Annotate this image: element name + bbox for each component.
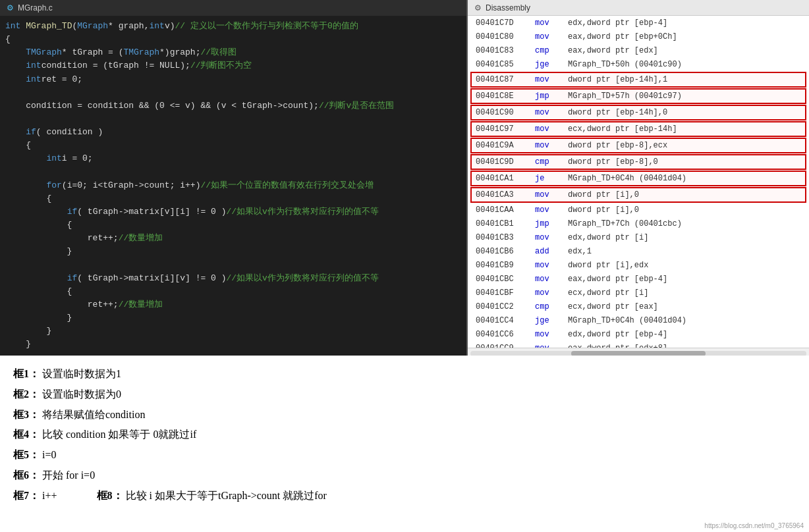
- annotation-text: 设置临时数据为0: [42, 385, 121, 404]
- code-title-bar: ⚙ MGraph.c: [0, 0, 466, 16]
- disasm-row: 00401C85 jge MGraph_TD+50h (00401c90): [472, 58, 805, 71]
- disasm-mnem: jge: [535, 59, 568, 70]
- annotation-text: 设置临时数据为1: [42, 365, 121, 384]
- disasm-row: 00401C87 mov dword ptr [ebp-14h],1: [470, 72, 806, 88]
- disasm-row: 00401CBF mov ecx,dword ptr [i]: [472, 286, 805, 300]
- disasm-ops: dword ptr [ebp-8],0: [568, 156, 801, 168]
- code-line: TMGraph * tGraph = ( TMGraph *)graph; //…: [5, 46, 461, 59]
- code-line: [5, 166, 461, 179]
- disasm-title: Disassembly: [486, 3, 530, 13]
- code-line: if ( tGraph->matrix[i][v] != 0 ) //如果以v作…: [5, 272, 461, 285]
- disasm-mnem: mov: [535, 31, 568, 43]
- disasm-mnem: mov: [535, 329, 568, 340]
- annotation-row: 框6： 开始 for i=0: [13, 466, 796, 485]
- disasm-ops: eax,dword ptr [ebp-4]: [568, 273, 801, 285]
- annotation-row: 框8： 比较 i 如果大于等于tGraph->count 就跳过for: [97, 487, 327, 506]
- disasm-row: 00401CB1 jmp MGraph_TD+7Ch (00401cbc): [472, 217, 805, 230]
- disasm-row: 00401CB3 mov edx,dword ptr [i]: [472, 231, 805, 244]
- code-line: [5, 86, 461, 99]
- annotation-text: 开始 for i=0: [42, 466, 95, 485]
- disasm-ops: dword ptr [i],0: [568, 189, 801, 201]
- disasm-ops: edx,dword ptr [ebp-4]: [568, 17, 801, 29]
- annotation-row: 框4： 比较 condition 如果等于 0就跳过if: [13, 425, 796, 444]
- code-line: [5, 352, 461, 356]
- disasm-ops: edx,dword ptr [ebp-4]: [568, 329, 801, 340]
- disasm-ops: edx,dword ptr [i]: [568, 232, 801, 244]
- disasm-ops: dword ptr [i],edx: [568, 259, 801, 271]
- disasm-panel: ⚙ Disassembly 00401C7D mov edx,dword ptr…: [468, 0, 809, 356]
- code-text: (: [72, 20, 77, 33]
- disasm-mnem: je: [535, 173, 568, 184]
- disasm-row: 00401C97 mov ecx,dword ptr [ebp-14h]: [470, 121, 806, 137]
- disasm-row: 00401C8E jmp MGraph_TD+57h (00401c97): [470, 88, 806, 104]
- code-line: }: [5, 338, 461, 351]
- disasm-row: 00401CB6 add edx,1: [472, 245, 805, 258]
- disasm-row: 00401C7D mov edx,dword ptr [ebp-4]: [472, 16, 805, 30]
- disasm-row: 00401CBC mov eax,dword ptr [ebp-4]: [472, 273, 805, 286]
- annotation-label: 框1：: [13, 365, 40, 384]
- disasm-content: 00401C7D mov edx,dword ptr [ebp-4] 00401…: [468, 16, 809, 348]
- disasm-mnem: cmp: [535, 156, 568, 168]
- disasm-addr: 00401C87: [476, 74, 535, 86]
- disasm-addr: 00401CBF: [476, 287, 535, 299]
- disasm-row: 00401C83 cmp eax,dword ptr [edx]: [472, 44, 805, 57]
- disasm-mnem: mov: [535, 140, 568, 151]
- code-text: MGraph: [77, 20, 108, 33]
- disasm-addr: 00401CB1: [476, 218, 535, 230]
- disasm-row: 00401CB9 mov dword ptr [i],edx: [472, 259, 805, 272]
- annotation-text: 将结果赋值给condition: [42, 406, 145, 425]
- code-line: [5, 113, 461, 126]
- disasm-mnem: mov: [535, 107, 568, 119]
- disasm-ops: ecx,dword ptr [ebp-14h]: [568, 123, 801, 135]
- disasm-row: 00401CC9 mov eax,dword ptr [edx+8]: [472, 342, 805, 348]
- code-panel: ⚙ MGraph.c int MGraph_TD ( MGraph * grap…: [0, 0, 468, 356]
- disasm-ops: edx,1: [568, 246, 801, 257]
- disasm-mnem: add: [535, 246, 568, 257]
- disasm-addr: 00401C97: [476, 123, 535, 135]
- disasm-row: 00401CAA mov dword ptr [i],0: [472, 203, 805, 217]
- disasm-addr: 00401C85: [476, 59, 535, 70]
- disasm-title-bar: ⚙ Disassembly: [468, 0, 809, 16]
- disasm-ops: ecx,dword ptr [eax]: [568, 301, 801, 313]
- annotation-label: 框2：: [13, 385, 40, 404]
- disasm-ops: eax,dword ptr [edx]: [568, 45, 801, 57]
- disasm-scrollbar[interactable]: [468, 348, 809, 356]
- disasm-row: 00401CC4 jge MGraph_TD+0C4h (00401d04): [472, 314, 805, 327]
- disasm-addr: 00401C9A: [476, 140, 535, 151]
- annotation-last-row: 框7： i++ 框8： 比较 i 如果大于等于tGraph->count 就跳过…: [13, 487, 796, 507]
- disasm-row: 00401CA3 mov dword ptr [i],0: [470, 187, 806, 203]
- code-line: {: [5, 219, 461, 232]
- disasm-scrollbar-track[interactable]: [470, 351, 806, 356]
- annotation-label: 框4：: [13, 425, 40, 444]
- disasm-row: 00401CC6 mov edx,dword ptr [ebp-4]: [472, 328, 805, 341]
- code-text: [20, 20, 26, 33]
- code-line: }: [5, 245, 461, 258]
- disasm-addr: 00401CC2: [476, 301, 535, 313]
- code-comment: // 定义以一个数作为行与列检测不等于0的值的: [175, 20, 358, 33]
- disasm-mnem: mov: [535, 287, 568, 299]
- code-title: MGraph.c: [18, 3, 53, 13]
- disasm-icon: ⚙: [474, 3, 482, 13]
- annotation-label: 框8：: [97, 487, 123, 506]
- disasm-addr: 00401C90: [476, 107, 535, 119]
- code-line: ret++; //数量增加: [5, 232, 461, 245]
- disasm-ops: dword ptr [i],0: [568, 204, 801, 216]
- code-line: }: [5, 325, 461, 338]
- annotation-label: 框3：: [13, 406, 40, 425]
- annotation-text: 比较 condition 如果等于 0就跳过if: [42, 425, 196, 444]
- disasm-row: 00401C9A mov dword ptr [ebp-8],ecx: [470, 138, 806, 153]
- disasm-ops: MGraph_TD+0C4h (00401d04): [568, 315, 801, 327]
- disasm-addr: 00401CC6: [476, 329, 535, 340]
- code-line: {: [5, 33, 461, 46]
- code-line: }: [5, 311, 461, 325]
- code-content: int MGraph_TD ( MGraph * graph, int v) /…: [0, 16, 466, 356]
- disasm-ops: eax,dword ptr [edx+8]: [568, 342, 801, 348]
- code-line: int ret = 0;: [5, 73, 461, 86]
- disasm-mnem: mov: [535, 273, 568, 285]
- code-line: int condition = (tGraph != NULL); //判断图不…: [5, 59, 461, 72]
- disasm-scrollbar-thumb: [571, 351, 706, 356]
- annotation-text: 比较 i 如果大于等于tGraph->count 就跳过for: [126, 487, 327, 506]
- disasm-addr: 00401CC4: [476, 315, 535, 327]
- disasm-mnem: mov: [535, 74, 568, 86]
- disasm-mnem: cmp: [535, 45, 568, 57]
